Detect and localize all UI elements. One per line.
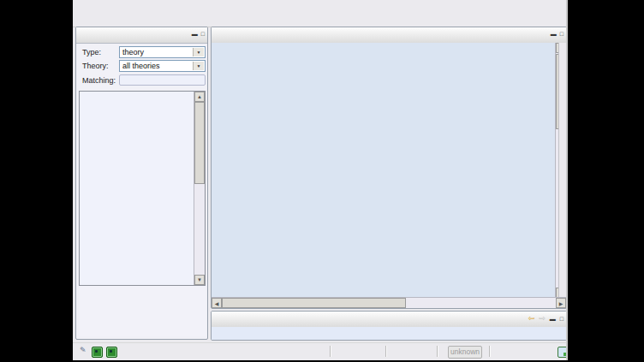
- minimize-icon[interactable]: ▬: [551, 31, 557, 37]
- statusbar-divider: [330, 346, 331, 357]
- scroll-down-icon[interactable]: ▼: [194, 275, 205, 285]
- list-scrollbar[interactable]: ▲ ▼: [194, 92, 205, 285]
- theory-value: all theories: [122, 62, 160, 70]
- status-unknown-badge: unknown: [448, 346, 482, 359]
- pg-status-icon: [92, 347, 103, 358]
- editor-area[interactable]: ▲ ▼: [212, 43, 566, 298]
- sidebar-empty-area: [79, 286, 206, 336]
- theory-label: Theory:: [82, 62, 109, 70]
- maximize-icon[interactable]: □: [560, 316, 564, 322]
- type-label: Type:: [82, 48, 101, 56]
- editor-hscrollbar[interactable]: ◀ ▶: [212, 297, 566, 308]
- maximize-icon[interactable]: □: [560, 31, 564, 37]
- sidebar-tab-row: [76, 27, 207, 44]
- chevron-down-icon[interactable]: ▼: [193, 62, 204, 70]
- console-icon[interactable]: [558, 347, 568, 358]
- scroll-up-icon[interactable]: ▲: [194, 92, 205, 102]
- matching-label: Matching:: [82, 76, 116, 85]
- type-dropdown[interactable]: theory ▼: [119, 46, 206, 58]
- matching-input[interactable]: [119, 74, 206, 86]
- statusbar-divider: [437, 346, 438, 357]
- statusbar-divider: [489, 346, 490, 357]
- type-value: theory: [122, 48, 144, 56]
- prover-tab-row: [212, 312, 566, 328]
- editor-view: ▬ □ ▲ ▼ ◀ ▶: [211, 27, 567, 309]
- statusbar-divider: [385, 346, 386, 357]
- status-bar: ✎ unknown: [73, 342, 566, 360]
- chevron-down-icon[interactable]: ▼: [193, 48, 204, 56]
- prover-view-buttons: ⇦ ⇨ ▬ □: [528, 314, 564, 323]
- prover-output-content: [212, 327, 566, 340]
- scroll-left-icon[interactable]: ◀: [212, 298, 222, 308]
- main-toolbar: [73, 12, 566, 27]
- editor-view-buttons: ▬ □: [551, 31, 564, 37]
- eclipse-proof-general-window: ▬ □ Type: theory ▼ Theory: all theories …: [73, 0, 568, 360]
- proof-objects-view: ▬ □ Type: theory ▼ Theory: all theories …: [75, 27, 208, 340]
- menu-bar: [73, 0, 566, 12]
- editor-tab-row: [212, 27, 566, 44]
- scroll-right-icon[interactable]: ▶: [556, 298, 566, 308]
- code-text[interactable]: [212, 43, 548, 298]
- pg-status-icon: [106, 347, 117, 358]
- overview-ruler: [558, 43, 566, 298]
- minimize-icon[interactable]: ▬: [192, 31, 198, 37]
- pen-icon: ✎: [80, 346, 86, 354]
- minimize-icon[interactable]: ▬: [550, 316, 556, 322]
- back-arrow-icon[interactable]: ⇦: [528, 314, 535, 323]
- theory-listbox[interactable]: ▲ ▼: [79, 91, 206, 286]
- scrollbar-thumb[interactable]: [194, 102, 205, 184]
- sidebar-view-buttons: ▬ □: [192, 31, 205, 37]
- scrollbar-thumb[interactable]: [222, 298, 406, 308]
- theory-dropdown[interactable]: all theories ▼: [119, 60, 206, 72]
- prover-output-view: ⇦ ⇨ ▬ □: [211, 311, 567, 341]
- forward-arrow-icon: ⇨: [539, 314, 546, 323]
- maximize-icon[interactable]: □: [201, 31, 205, 37]
